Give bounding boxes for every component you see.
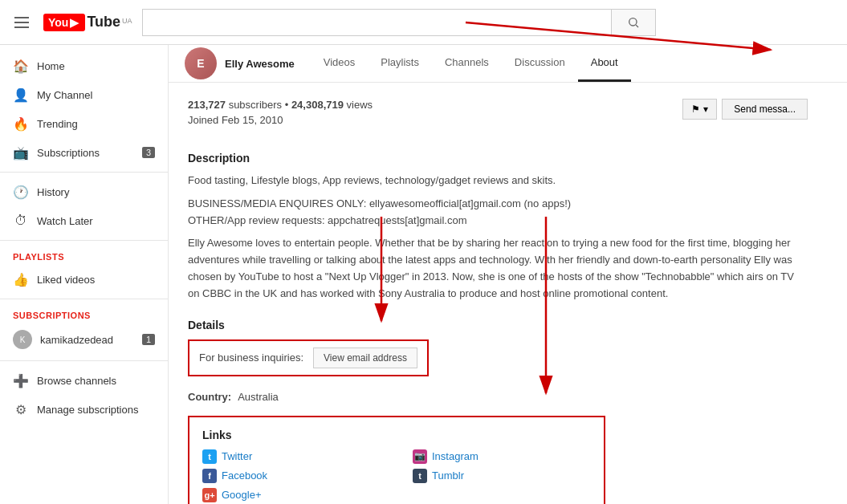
- facebook-icon: f: [202, 469, 217, 483]
- sidebar-item-label: Watch Later: [37, 215, 93, 227]
- logo-text: Tube: [87, 14, 120, 30]
- tab-discussion[interactable]: Discussion: [502, 45, 578, 82]
- sidebar-item-watch-later[interactable]: ⏱ Watch Later: [0, 206, 168, 235]
- views-count: 24,308,719: [291, 99, 344, 111]
- action-buttons: ⚑ ▾ Send messa...: [682, 99, 808, 120]
- browse-channels-icon: ➕: [13, 372, 29, 388]
- logo-region: UA: [122, 17, 132, 25]
- main-content: E Elly Awesome Videos Playlists Channels…: [169, 45, 847, 504]
- about-panel: 213,727 subscribers • 24,308,719 views J…: [169, 83, 827, 504]
- links-box: Links t Twitter 📷 Instagram: [188, 416, 605, 504]
- link-google-plus[interactable]: g+ Google+: [202, 488, 381, 502]
- google-plus-label: Google+: [222, 489, 262, 501]
- joined-label: Joined: [188, 114, 222, 126]
- twitter-label: Twitter: [222, 450, 252, 462]
- subscriber-count: 213,727: [188, 99, 226, 111]
- home-icon: 🏠: [13, 58, 29, 74]
- channel-avatar-kamikadzedead: K: [13, 330, 32, 349]
- divider-3: [0, 299, 168, 299]
- facebook-label: Facebook: [222, 469, 267, 482]
- twitter-icon: t: [202, 449, 217, 464]
- trending-icon: 🔥: [13, 116, 29, 132]
- subscriptions-icon: 📺: [13, 144, 29, 161]
- channel-avatar: E: [185, 47, 217, 79]
- business-box: For business inquiries: View email addre…: [188, 339, 429, 376]
- channel-badge: 1: [142, 334, 155, 345]
- details-heading: Details: [188, 319, 808, 331]
- manage-subscriptions-icon: ⚙: [13, 401, 29, 417]
- logo[interactable]: You▶ Tube UA: [43, 14, 132, 31]
- link-tumblr[interactable]: t Tumblr: [413, 469, 591, 483]
- desc-line-1: Food tasting, Lifestyle blogs, App revie…: [188, 173, 808, 189]
- stats-separator: subscribers •: [229, 99, 291, 111]
- views-label: views: [347, 99, 373, 111]
- link-instagram[interactable]: 📷 Instagram: [413, 449, 591, 464]
- flag-chevron: ▾: [703, 104, 708, 115]
- menu-button[interactable]: [10, 12, 34, 33]
- sidebar-item-label: Browse channels: [37, 375, 116, 387]
- joined-date: Feb 15, 2010: [222, 114, 283, 126]
- send-message-button[interactable]: Send messa...: [722, 99, 808, 120]
- my-channel-icon: 👤: [13, 87, 29, 103]
- sidebar-channel-label: kamikadzedead: [40, 334, 113, 346]
- google-plus-icon: g+: [202, 488, 217, 502]
- stats-block: 213,727 subscribers • 24,308,719 views J…: [188, 99, 373, 139]
- flag-button[interactable]: ⚑ ▾: [682, 99, 717, 120]
- sidebar-item-label: Home: [37, 60, 65, 72]
- sidebar-item-kamikadzedead[interactable]: K kamikadzedead 1: [0, 323, 168, 356]
- stats-line: 213,727 subscribers • 24,308,719 views: [188, 99, 373, 111]
- instagram-label: Instagram: [432, 450, 478, 462]
- channel-name: Elly Awesome: [225, 58, 295, 70]
- joined-line: Joined Feb 15, 2010: [188, 114, 373, 126]
- details-section: Details For business inquiries: View ema…: [188, 319, 808, 403]
- tab-about[interactable]: About: [578, 45, 631, 82]
- tab-channels[interactable]: Channels: [432, 45, 502, 82]
- sidebar-item-label: Liked videos: [37, 274, 95, 286]
- sidebar-item-liked-videos[interactable]: 👍 Liked videos: [0, 265, 168, 294]
- channel-tabs: E Elly Awesome Videos Playlists Channels…: [169, 45, 847, 83]
- sidebar-item-label: History: [37, 186, 69, 198]
- search-input[interactable]: game app review: [142, 9, 611, 36]
- links-grid: t Twitter 📷 Instagram f Facebook: [202, 449, 591, 502]
- sidebar-item-label: Trending: [37, 118, 78, 130]
- tumblr-icon: t: [413, 469, 427, 483]
- sidebar-item-history[interactable]: 🕐 History: [0, 177, 168, 206]
- sidebar-item-trending[interactable]: 🔥 Trending: [0, 109, 168, 138]
- sidebar-item-label: Manage subscriptions: [37, 404, 138, 416]
- divider: [0, 172, 168, 173]
- sidebar-item-browse-channels[interactable]: ➕ Browse channels: [0, 366, 168, 395]
- search-button[interactable]: [611, 9, 656, 36]
- link-twitter[interactable]: t Twitter: [202, 449, 381, 464]
- watch-later-icon: ⏱: [13, 213, 29, 229]
- subscriptions-section-title: SUBSCRIPTIONS: [0, 304, 168, 323]
- stats-row: 213,727 subscribers • 24,308,719 views J…: [188, 99, 808, 139]
- liked-videos-icon: 👍: [13, 271, 29, 287]
- tab-videos[interactable]: Videos: [311, 45, 369, 82]
- divider-2: [0, 240, 168, 241]
- sidebar-item-my-channel[interactable]: 👤 My Channel: [0, 80, 168, 109]
- svg-point-0: [629, 18, 636, 25]
- sidebar-item-label: My Channel: [37, 89, 92, 101]
- sidebar: 🏠 Home 👤 My Channel 🔥 Trending 📺 Subscri…: [0, 45, 169, 504]
- sidebar-item-subscriptions[interactable]: 📺 Subscriptions 3: [0, 138, 168, 167]
- logo-youtube: You▶: [43, 14, 85, 31]
- business-label: For business inquiries:: [199, 352, 303, 364]
- history-icon: 🕐: [13, 184, 29, 200]
- search-icon: [627, 16, 640, 29]
- view-email-button[interactable]: View email address: [313, 348, 417, 368]
- sidebar-item-home[interactable]: 🏠 Home: [0, 51, 168, 80]
- header: You▶ Tube UA game app review: [0, 0, 847, 45]
- tumblr-label: Tumblr: [432, 469, 464, 482]
- instagram-icon: 📷: [413, 449, 427, 464]
- search-bar: game app review: [142, 9, 656, 36]
- desc-line-2: BUSINESS/MEDIA ENQUIRES ONLY: ellyawesom…: [188, 196, 808, 230]
- desc-bio: Elly Awesome loves to entertain people. …: [188, 235, 808, 302]
- sidebar-item-manage-subscriptions[interactable]: ⚙ Manage subscriptions: [0, 395, 168, 424]
- svg-line-1: [636, 25, 638, 27]
- subscriptions-badge: 3: [142, 147, 155, 158]
- flag-icon: ⚑: [691, 104, 700, 115]
- links-heading: Links: [202, 429, 591, 441]
- link-facebook[interactable]: f Facebook: [202, 469, 381, 483]
- sidebar-item-label: Subscriptions: [37, 147, 100, 159]
- tab-playlists[interactable]: Playlists: [368, 45, 432, 82]
